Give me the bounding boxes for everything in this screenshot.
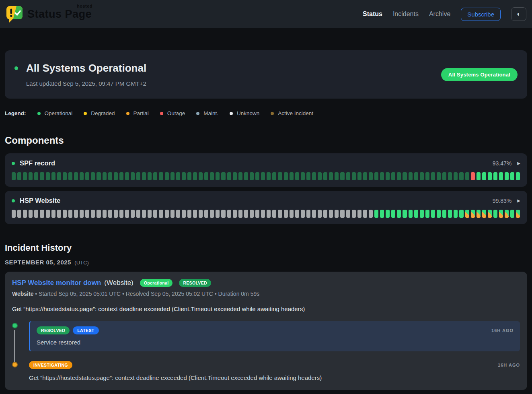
uptime-bar (244, 210, 248, 218)
component-header-row[interactable]: HSP Website 99.83% ▶ (12, 197, 520, 204)
uptime-bar (261, 210, 265, 218)
uptime-bar (261, 172, 265, 180)
uptime-bar (290, 172, 294, 180)
uptime-bar (335, 172, 339, 180)
legend-item: Degraded (84, 110, 115, 116)
update-timestamp: 16H AGO (491, 328, 514, 333)
uptime-bar (193, 172, 197, 180)
uptime-bar (74, 210, 78, 218)
uptime-bar (114, 210, 118, 218)
uptime-bar (204, 210, 208, 218)
legend-item-label: Degraded (91, 110, 115, 116)
uptime-bar (210, 172, 214, 180)
uptime-bar (499, 210, 503, 218)
uptime-bar (176, 172, 180, 180)
uptime-bar (295, 210, 299, 218)
component-uptime: 93.47% (493, 160, 511, 167)
uptime-bar (142, 172, 146, 180)
uptime-bar (471, 172, 475, 180)
incident-history-heading: Incident History (5, 243, 527, 253)
uptime-bar (51, 172, 55, 180)
theme-toggle-button[interactable]: ◐ (511, 7, 526, 21)
uptime-bar (477, 172, 481, 180)
uptime-bar (233, 210, 237, 218)
uptime-bar (425, 210, 429, 218)
timeline-entry-resolved: RESOLVED LATEST 16H AGO Service restored (12, 321, 520, 351)
uptime-bar (136, 210, 140, 218)
component-header-row[interactable]: SPF record 93.47% ▶ (12, 159, 520, 167)
legend-item: Active Incident (271, 110, 313, 116)
components-heading: Components (5, 135, 527, 146)
uptime-bar (488, 210, 492, 218)
uptime-bar (91, 210, 95, 218)
uptime-bar (267, 210, 271, 218)
uptime-bar (29, 210, 33, 218)
uptime-bar (250, 172, 254, 180)
header-nav: Status Incidents Archive Subscribe ◐ (363, 7, 526, 21)
subscribe-button[interactable]: Subscribe (461, 8, 501, 21)
uptime-bar (170, 172, 175, 180)
incident-timezone: (UTC) (74, 260, 88, 266)
uptime-bar (329, 210, 333, 218)
incident-title-row: HSP Website monitor down (Website) Opera… (12, 279, 520, 287)
uptime-bar (34, 172, 38, 180)
uptime-bar (40, 210, 44, 218)
uptime-bar (119, 172, 123, 180)
uptime-bar (267, 172, 271, 180)
uptime-bar (284, 210, 288, 218)
uptime-bar (108, 172, 112, 180)
incident-title-link[interactable]: HSP Website monitor down (12, 279, 101, 287)
nav-incidents[interactable]: Incidents (393, 10, 419, 18)
timeline-dot-investigating (12, 362, 18, 367)
legend-item-label: Partial (134, 110, 149, 116)
nav-archive[interactable]: Archive (429, 10, 450, 18)
uptime-bars (12, 210, 520, 218)
last-updated-text: Last updated Sep 5, 2025, 09:47 PM GMT+2 (26, 80, 146, 87)
latest-badge: LATEST (73, 326, 99, 334)
uptime-bar (516, 210, 520, 218)
uptime-bar (352, 210, 356, 218)
uptime-bar (442, 210, 446, 218)
legend-item: Maint. (196, 110, 218, 116)
uptime-bar (46, 210, 50, 218)
uptime-bar (221, 172, 225, 180)
uptime-bar (380, 210, 384, 218)
uptime-bars (12, 172, 520, 180)
legend: Legend: Operational Degraded Partial Out… (5, 110, 527, 116)
uptime-bar (17, 210, 21, 218)
uptime-bar (295, 172, 299, 180)
uptime-bar (397, 172, 401, 180)
expand-chevron-icon[interactable]: ▶ (517, 198, 520, 203)
uptime-bar (74, 172, 78, 180)
legend-status-dot (37, 112, 41, 115)
uptime-bar (335, 210, 339, 218)
uptime-bar (391, 172, 395, 180)
legend-status-dot (271, 112, 274, 115)
uptime-bar (482, 172, 486, 180)
nav-status[interactable]: Status (363, 10, 382, 18)
expand-chevron-icon[interactable]: ▶ (517, 161, 520, 165)
uptime-bar (23, 210, 27, 218)
uptime-bar (510, 210, 514, 218)
uptime-bar (199, 210, 203, 218)
brand-logo: Status Page hosted (6, 5, 92, 23)
uptime-bar (363, 172, 367, 180)
incident-meta-component: Website (12, 291, 33, 297)
uptime-bar (420, 210, 424, 218)
uptime-bar (414, 210, 418, 218)
uptime-bar (397, 210, 401, 218)
component-status-dot (12, 199, 15, 202)
uptime-bar (431, 172, 435, 180)
uptime-bar (165, 172, 169, 180)
uptime-bar (323, 172, 327, 180)
incident-meta: Website • Started Sep 05, 2025 05:01 UTC… (12, 291, 520, 297)
uptime-bar (272, 210, 276, 218)
overall-status-card: All Systems Operational Last updated Sep… (5, 50, 527, 99)
uptime-bar (238, 172, 242, 180)
uptime-bar (125, 210, 129, 218)
uptime-bar (103, 172, 107, 180)
uptime-bar (97, 172, 101, 180)
component-card: SPF record 93.47% ▶ (5, 153, 527, 187)
uptime-bar (57, 172, 61, 180)
uptime-bar (182, 210, 186, 218)
